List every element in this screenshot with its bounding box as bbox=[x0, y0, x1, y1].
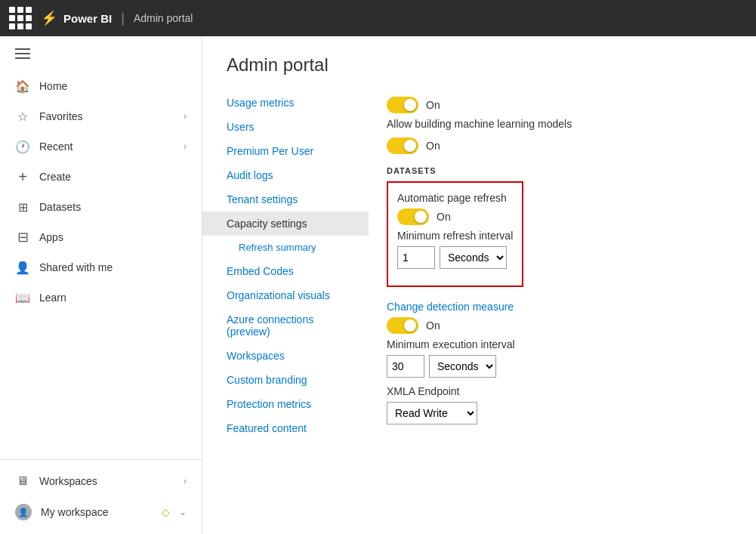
nav-usage-metrics[interactable]: Usage metrics bbox=[202, 91, 369, 115]
nav-capacity-settings[interactable]: Capacity settings bbox=[202, 211, 369, 236]
second-toggle-state: On bbox=[426, 140, 440, 152]
workspaces-icon: 🖥 bbox=[15, 474, 30, 489]
sidebar-item-home[interactable]: 🏠 Home bbox=[0, 71, 202, 101]
sidebar-item-label: Apps bbox=[39, 231, 187, 243]
learn-icon: 📖 bbox=[15, 290, 30, 305]
favorites-icon: ☆ bbox=[15, 109, 30, 124]
shared-icon: 👤 bbox=[15, 260, 30, 275]
sidebar-item-label: Datasets bbox=[39, 201, 187, 213]
sidebar-item-label: Shared with me bbox=[39, 261, 187, 273]
nav-protection-metrics[interactable]: Protection metrics bbox=[202, 392, 369, 416]
min-refresh-interval-label: Minimum refresh interval bbox=[397, 230, 513, 242]
apps-icon: ⊟ bbox=[15, 230, 30, 245]
diamond-icon: ◇ bbox=[162, 506, 170, 518]
sidebar-item-label: Home bbox=[39, 80, 187, 92]
nav-audit-logs[interactable]: Audit logs bbox=[202, 163, 369, 187]
brand-logo: ⚡ Power BI bbox=[41, 10, 112, 26]
recent-icon: 🕐 bbox=[15, 139, 30, 154]
nav-org-visuals[interactable]: Organizational visuals bbox=[202, 283, 369, 307]
content-split: Usage metrics Users Premium Per User Aud… bbox=[202, 85, 756, 534]
ml-toggle-state: On bbox=[426, 99, 440, 111]
datasets-section-label: DATASETS bbox=[387, 166, 738, 175]
change-detection-label[interactable]: Change detection measure bbox=[387, 301, 738, 313]
min-execution-label: Minimum execution interval bbox=[387, 338, 738, 350]
sidebar-navigation: 🏠 Home ☆ Favorites › 🕐 Recent › + Create… bbox=[0, 71, 202, 459]
ml-models-label: Allow building machine learning models bbox=[387, 118, 738, 130]
sidebar-item-myworkspace[interactable]: 👤 My workspace ◇ ⌄ bbox=[0, 496, 202, 528]
auto-refresh-toggle[interactable] bbox=[397, 208, 429, 225]
page-header: Admin portal bbox=[202, 36, 756, 85]
sidebar-item-apps[interactable]: ⊟ Apps bbox=[0, 222, 202, 252]
min-execution-unit-select[interactable]: Seconds Minutes Hours bbox=[429, 355, 496, 378]
sidebar-item-learn[interactable]: 📖 Learn bbox=[0, 282, 202, 313]
change-detection-state: On bbox=[426, 319, 440, 332]
nav-refresh-summary[interactable]: Refresh summary bbox=[202, 236, 369, 259]
secondary-navigation: Usage metrics Users Premium Per User Aud… bbox=[202, 85, 369, 534]
top-navigation: ⚡ Power BI | Admin portal bbox=[0, 0, 756, 36]
powerbi-icon: ⚡ bbox=[41, 10, 57, 26]
nav-featured-content[interactable]: Featured content bbox=[202, 416, 369, 440]
nav-workspaces[interactable]: Workspaces bbox=[202, 344, 369, 368]
min-refresh-value-input[interactable] bbox=[397, 246, 435, 269]
content-area: Admin portal Usage metrics Users Premium… bbox=[202, 36, 756, 534]
sidebar-bottom: 🖥 Workspaces › 👤 My workspace ◇ ⌄ bbox=[0, 459, 202, 534]
sidebar-item-shared[interactable]: 👤 Shared with me bbox=[0, 252, 202, 282]
xmla-endpoint-label: XMLA Endpoint bbox=[387, 385, 738, 397]
avatar: 👤 bbox=[15, 504, 32, 520]
xmla-input-row: Read Write Read Only Off bbox=[387, 402, 738, 424]
page-title: Admin portal bbox=[227, 54, 732, 76]
xmla-endpoint-select[interactable]: Read Write Read Only Off bbox=[387, 402, 477, 424]
chevron-right-icon: › bbox=[184, 476, 187, 486]
change-detection-toggle[interactable] bbox=[387, 317, 418, 334]
create-icon: + bbox=[15, 169, 30, 184]
nav-azure-connections[interactable]: Azure connections (preview) bbox=[202, 307, 369, 344]
auto-refresh-toggle-row: On bbox=[397, 208, 513, 225]
second-toggle-row: On bbox=[387, 137, 738, 154]
chevron-down-icon: ⌄ bbox=[179, 507, 187, 517]
sidebar-item-recent[interactable]: 🕐 Recent › bbox=[0, 131, 202, 162]
auto-refresh-toggle-state: On bbox=[437, 211, 451, 223]
nav-tenant-settings[interactable]: Tenant settings bbox=[202, 187, 369, 211]
second-toggle[interactable] bbox=[387, 137, 418, 154]
min-execution-value-input[interactable] bbox=[387, 355, 424, 378]
sidebar-item-favorites[interactable]: ☆ Favorites › bbox=[0, 101, 202, 131]
portal-title-nav: Admin portal bbox=[134, 12, 193, 24]
nav-embed-codes[interactable]: Embed Codes bbox=[202, 259, 369, 283]
sidebar-item-label: Create bbox=[39, 171, 187, 183]
sidebar-item-label: Favorites bbox=[39, 110, 174, 122]
nav-custom-branding[interactable]: Custom branding bbox=[202, 368, 369, 392]
nav-premium-per-user[interactable]: Premium Per User bbox=[202, 139, 369, 163]
change-detection-toggle-row: On bbox=[387, 317, 738, 334]
left-sidebar: 🏠 Home ☆ Favorites › 🕐 Recent › + Create… bbox=[0, 36, 202, 534]
datasets-icon: ⊞ bbox=[15, 199, 30, 215]
sidebar-item-datasets[interactable]: ⊞ Datasets bbox=[0, 192, 202, 222]
app-grid-icon[interactable] bbox=[9, 7, 32, 29]
ml-models-toggle-row: On bbox=[387, 97, 738, 113]
sidebar-item-label: Recent bbox=[39, 140, 174, 153]
ml-models-toggle[interactable] bbox=[387, 97, 418, 113]
sidebar-item-workspaces[interactable]: 🖥 Workspaces › bbox=[0, 466, 202, 496]
sidebar-item-label: Workspaces bbox=[39, 475, 174, 487]
min-execution-input-row: Seconds Minutes Hours bbox=[387, 355, 738, 378]
settings-panel: On Allow building machine learning model… bbox=[369, 85, 756, 534]
chevron-right-icon: › bbox=[184, 111, 187, 122]
home-icon: 🏠 bbox=[15, 79, 30, 94]
nav-users[interactable]: Users bbox=[202, 115, 369, 139]
brand-name: Power BI bbox=[63, 12, 112, 25]
hamburger-menu[interactable] bbox=[12, 45, 190, 62]
chevron-right-icon: › bbox=[184, 141, 187, 152]
min-refresh-unit-select[interactable]: Seconds Minutes Hours bbox=[440, 246, 507, 269]
auto-page-refresh-title: Automatic page refresh bbox=[397, 192, 513, 204]
min-refresh-input-row: Seconds Minutes Hours bbox=[397, 246, 513, 269]
sidebar-item-label: My workspace bbox=[41, 506, 153, 518]
auto-page-refresh-box: Automatic page refresh On Minimum refres… bbox=[387, 181, 523, 287]
nav-separator: | bbox=[121, 11, 125, 26]
sidebar-item-label: Learn bbox=[39, 292, 187, 304]
sidebar-item-create[interactable]: + Create bbox=[0, 162, 202, 192]
